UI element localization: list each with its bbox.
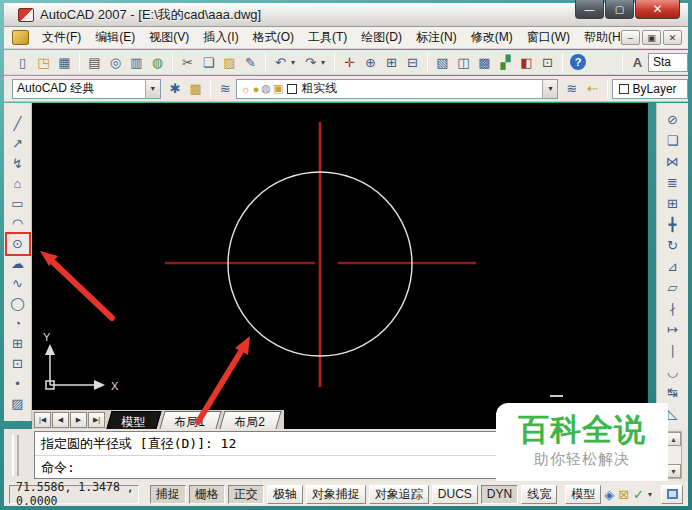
layer-properties-manager-icon[interactable]: ≋ [215, 79, 236, 99]
revision-cloud-icon[interactable]: ☁ [7, 253, 29, 273]
close-button[interactable]: ✕ [635, 0, 680, 19]
sheet-set-manager-icon[interactable]: ▞ [495, 52, 516, 72]
tab-layout1[interactable]: 布局1 [159, 411, 221, 429]
minimize-button[interactable]: — [575, 0, 604, 19]
communication-center-icon[interactable]: ◈ [604, 487, 614, 502]
circle-icon[interactable]: ⊙ [7, 233, 29, 253]
designcenter-icon[interactable]: ◫ [453, 52, 474, 72]
new-icon[interactable]: ▯ [12, 52, 33, 72]
menu-modify[interactable]: 修改(M) [464, 27, 520, 48]
copy-icon[interactable]: ❏ [662, 130, 684, 151]
layer-viewport-freeze-icon[interactable]: ◍ [261, 82, 271, 95]
match-properties-icon[interactable]: ✎ [240, 52, 261, 72]
drawing-canvas[interactable]: Y X [32, 103, 648, 429]
mdi-restore-button[interactable]: ▣ [642, 30, 661, 45]
rotate-icon[interactable]: ↻ [662, 235, 684, 256]
dyn-toggle[interactable]: DYN [481, 485, 518, 504]
menu-edit[interactable]: 编辑(E) [88, 27, 142, 48]
text-style-icon[interactable]: A [627, 52, 648, 72]
scale-icon[interactable]: ⊿ [662, 256, 684, 277]
ellipse-arc-icon[interactable]: ◔ [7, 313, 29, 333]
rectangle-icon[interactable]: ▭ [7, 193, 29, 213]
join-icon[interactable]: ↹ [662, 382, 684, 403]
hatch-icon[interactable]: ▨ [7, 393, 29, 413]
properties-icon[interactable]: ▧ [432, 52, 453, 72]
help-icon[interactable]: ? [570, 54, 586, 70]
move-icon[interactable]: ╋ [662, 214, 684, 235]
menu-draw[interactable]: 绘图(D) [354, 27, 409, 48]
arc-icon[interactable]: ◠ [7, 213, 29, 233]
ortho-toggle[interactable]: 正交 [228, 485, 264, 504]
insert-block-icon[interactable]: ⊞ [7, 333, 29, 353]
make-block-icon[interactable]: ⊡ [7, 353, 29, 373]
text-style-combo[interactable]: Sta [648, 53, 688, 72]
otrack-toggle[interactable]: 对象追踪 [369, 485, 429, 504]
zoom-window-icon[interactable]: ⊞ [381, 52, 402, 72]
menu-window[interactable]: 窗口(W) [520, 27, 577, 48]
make-object-layer-current-icon[interactable]: ≋ [561, 79, 582, 99]
lineweight-toggle[interactable]: 线宽 [521, 485, 557, 504]
redo-icon[interactable]: ↷ [300, 52, 321, 72]
my-workspace-icon[interactable]: ▩ [185, 79, 206, 99]
snap-toggle[interactable]: 捕捉 [150, 485, 186, 504]
menu-view[interactable]: 视图(V) [142, 27, 196, 48]
publish-icon[interactable]: ▥ [126, 52, 147, 72]
command-window-grip[interactable] [12, 435, 19, 476]
ellipse-icon[interactable]: ◯ [7, 293, 29, 313]
tab-first-button[interactable]: |◀ [34, 412, 51, 428]
trim-icon[interactable]: ∤ [662, 298, 684, 319]
tool-palettes-icon[interactable]: ▩ [474, 52, 495, 72]
mdi-close-button[interactable]: ✕ [663, 30, 682, 45]
polyline-icon[interactable]: ↯ [7, 153, 29, 173]
menu-dimension[interactable]: 标注(N) [409, 27, 464, 48]
pan-icon[interactable]: ✛ [339, 52, 360, 72]
undo-icon[interactable]: ↶ [270, 52, 291, 72]
menu-file[interactable]: 文件(F) [35, 27, 88, 48]
spline-icon[interactable]: ∿ [7, 273, 29, 293]
layer-lock-icon[interactable]: ▣ [273, 82, 283, 95]
chevron-down-icon[interactable]: ▾ [291, 58, 300, 67]
extend-icon[interactable]: ↦ [662, 319, 684, 340]
plot-icon[interactable]: ▤ [84, 52, 105, 72]
zoom-realtime-icon[interactable]: ⊕ [360, 52, 381, 72]
construction-line-icon[interactable]: ↗ [7, 133, 29, 153]
break-at-point-icon[interactable]: ∣ [662, 340, 684, 361]
cad-standards-icon[interactable]: ✓ [633, 487, 644, 502]
save-icon[interactable]: ▦ [54, 52, 75, 72]
cut-icon[interactable]: ✂ [177, 52, 198, 72]
osnap-toggle[interactable]: 对象捕捉 [306, 485, 366, 504]
polygon-icon[interactable]: ⌂ [7, 173, 29, 193]
scroll-down-icon[interactable]: ▼ [666, 464, 681, 478]
model-space-button[interactable]: 模型 [565, 485, 601, 504]
maximize-button[interactable]: ▢ [605, 0, 634, 19]
clean-screen-button[interactable] [661, 485, 683, 504]
chevron-down-icon[interactable]: ▾ [145, 80, 160, 98]
tab-layout2[interactable]: 布局2 [219, 411, 281, 429]
plot-preview-icon[interactable]: ◎ [105, 52, 126, 72]
point-icon[interactable]: • [7, 373, 29, 393]
3d-dwf-icon[interactable]: ◍ [147, 52, 168, 72]
break-icon[interactable]: ◡ [662, 361, 684, 382]
chevron-down-icon[interactable]: ▾ [542, 80, 557, 98]
chevron-down-icon[interactable]: ▾ [321, 58, 330, 67]
offset-icon[interactable]: ≣ [662, 172, 684, 193]
ducs-toggle[interactable]: DUCS [432, 485, 478, 504]
layer-on-bulb-icon[interactable]: ☼ [241, 83, 251, 95]
line-icon[interactable]: ╱ [7, 113, 29, 133]
tab-last-button[interactable]: ▶| [88, 412, 105, 428]
workspace-combo[interactable]: AutoCAD 经典 ▾ [12, 79, 161, 99]
tab-prev-button[interactable]: ◀ [52, 412, 69, 428]
layer-combo[interactable]: ☼ ● ◍ ▣ 粗实线 ▾ [236, 79, 559, 99]
scroll-up-icon[interactable]: ▲ [666, 432, 681, 446]
workspace-settings-icon[interactable]: ✱ [165, 79, 186, 99]
color-combo[interactable]: ByLayer [612, 79, 688, 99]
erase-icon[interactable]: ⊘ [662, 109, 684, 130]
chevron-down-icon[interactable]: ▾ [648, 490, 657, 499]
paste-icon[interactable]: ▨ [219, 52, 240, 72]
toolbar-lock-icon[interactable]: ⊠ [618, 487, 629, 502]
open-icon[interactable]: ◳ [33, 52, 54, 72]
mirror-icon[interactable]: ⋈ [662, 151, 684, 172]
tab-model[interactable]: 模型 [106, 411, 161, 429]
array-icon[interactable]: ⊞ [662, 193, 684, 214]
copy-clip-icon[interactable]: ❏ [198, 52, 219, 72]
